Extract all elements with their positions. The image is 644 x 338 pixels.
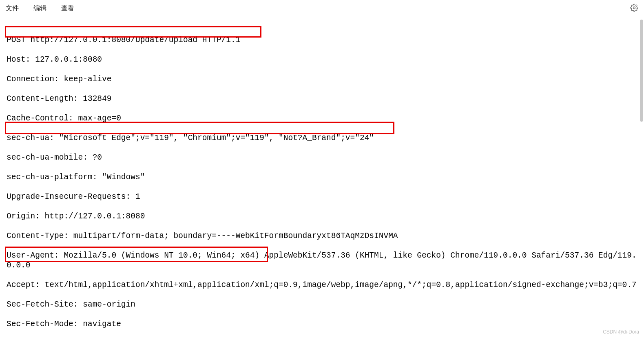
http-header-sec-ch-ua: sec-ch-ua: "Microsoft Edge";v="119", "Ch… [7,133,637,143]
http-header-content-type: Content-Type: multipart/form-data; bound… [7,231,637,241]
scrollbar[interactable] [640,20,643,122]
http-header-sec-fetch-site: Sec-Fetch-Site: same-origin [7,300,637,309]
menubar-left: 文件 编辑 查看 [6,4,74,13]
gear-icon[interactable] [630,4,638,13]
http-header-content-length: Content-Length: 132849 [7,94,637,104]
http-header-sec-ch-ua-platform: sec-ch-ua-platform: "Windows" [7,172,637,182]
watermark: CSDN @di-Dora [603,329,639,335]
content-area[interactable]: POST http://127.0.0.1:8080/Update/upload… [0,17,644,338]
menu-view[interactable]: 查看 [61,4,74,13]
http-header-origin: Origin: http://127.0.0.1:8080 [7,211,637,221]
http-request-line: POST http://127.0.0.1:8080/Update/upload… [7,35,637,45]
http-header-connection: Connection: keep-alive [7,74,637,84]
menu-file[interactable]: 文件 [6,4,19,13]
menubar: 文件 编辑 查看 [0,0,644,17]
menu-edit[interactable]: 编辑 [33,4,46,13]
http-header-sec-ch-ua-mobile: sec-ch-ua-mobile: ?0 [7,153,637,162]
http-header-host: Host: 127.0.0.1:8080 [7,55,637,64]
http-header-user-agent: User-Agent: Mozilla/5.0 (Windows NT 10.0… [7,251,637,270]
http-header-accept: Accept: text/html,application/xhtml+xml,… [7,280,637,290]
svg-point-0 [633,7,635,9]
http-header-sec-fetch-mode: Sec-Fetch-Mode: navigate [7,319,637,329]
http-header-cache-control: Cache-Control: max-age=0 [7,113,637,123]
http-header-upgrade-insecure: Upgrade-Insecure-Requests: 1 [7,192,637,202]
